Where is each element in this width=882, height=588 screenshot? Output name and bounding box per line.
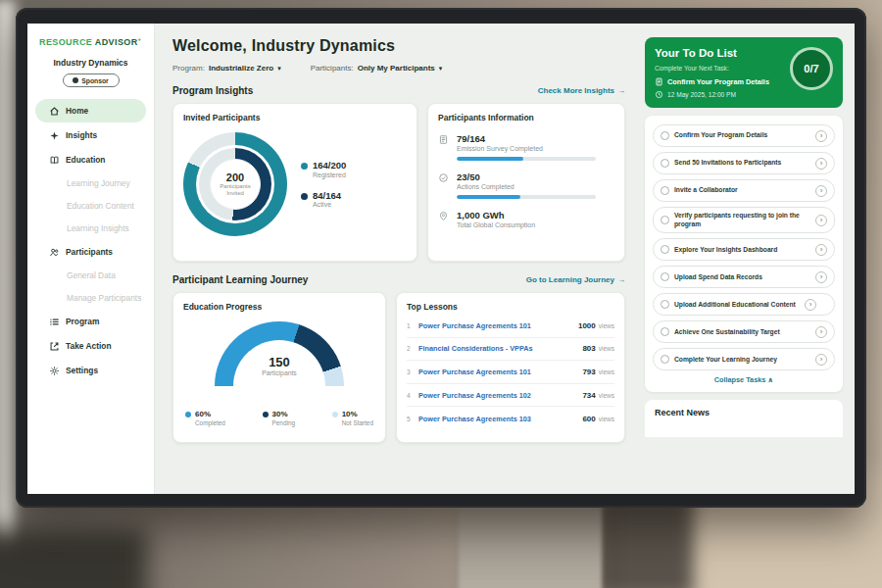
sidebar-item-manage-participants[interactable]: Manage Participants: [35, 287, 146, 309]
participants-information-card: Participants Information 79/164 Emission…: [427, 103, 625, 262]
chevron-right-icon[interactable]: ›: [815, 158, 827, 170]
todo-task-list: Confirm Your Program Details › Send 50 I…: [645, 116, 843, 392]
chevron-right-icon[interactable]: ›: [805, 299, 816, 311]
program-insights-header: Program Insights Check More Insights →: [172, 85, 625, 96]
sidebar-item-program[interactable]: Program: [35, 310, 146, 333]
lesson-link[interactable]: Power Purchase Agreements 103: [418, 415, 582, 423]
stat-global-consumption: 1,000 GWh Total Global Consumption: [438, 210, 614, 228]
invited-participants-card: Invited Participants 200 Participants In…: [172, 103, 417, 262]
collapse-tasks-link[interactable]: Collapse Tasks ∧: [653, 375, 835, 384]
nav-label: Learning Journey: [67, 178, 130, 188]
task-checkbox[interactable]: [661, 245, 669, 254]
legend-item-not-started: 10% Not Started: [332, 410, 373, 426]
lesson-link[interactable]: Power Purchase Agreements 102: [418, 391, 582, 400]
nav-label: Home: [66, 106, 88, 116]
chevron-right-icon[interactable]: ›: [815, 354, 827, 366]
legend-item-registered: 164/200 Registered: [301, 161, 346, 177]
insights-icon: [49, 130, 60, 141]
chevron-right-icon[interactable]: ›: [815, 185, 827, 197]
lesson-row: 4 Power Purchase Agreements 102 734 view…: [407, 384, 614, 408]
task-item-verify-participants[interactable]: Verify participants requesting to join t…: [653, 207, 835, 233]
consumption-pin-icon: [438, 211, 449, 221]
lesson-row: 1 Power Purchase Agreements 101 1000 vie…: [407, 315, 614, 338]
gauge-legend: 60% Completed 30% Pending: [183, 410, 375, 426]
background-dark-corner: [0, 529, 147, 588]
program-insights-cards: Invited Participants 200 Participants In…: [172, 103, 625, 262]
section-title-learning-journey: Participant Learning Journey: [172, 274, 308, 285]
sponsor-badge[interactable]: Sponsor: [63, 74, 120, 87]
legend-dot: [301, 163, 308, 170]
participants-filter-label: Participants:: [311, 64, 354, 73]
chevron-right-icon[interactable]: ›: [815, 130, 827, 142]
sidebar-item-insights[interactable]: Insights: [35, 123, 146, 147]
participants-filter-dropdown[interactable]: Participants: Only My Participants ▾: [311, 64, 443, 73]
legend-item-completed: 60% Completed: [185, 410, 225, 426]
task-item-complete-learning-journey[interactable]: Complete Your Learning Journey ›: [653, 348, 835, 370]
check-more-insights-link[interactable]: Check More Insights →: [538, 86, 625, 95]
participants-icon: [49, 247, 60, 258]
task-item-achieve-target[interactable]: Achieve One Sustainability Target ›: [653, 320, 835, 343]
lesson-link[interactable]: Power Purchase Agreements 101: [418, 321, 578, 330]
legend-dot: [185, 412, 191, 417]
sponsor-icon: [73, 77, 78, 83]
legend-item-active: 84/164 Active: [301, 191, 346, 208]
chevron-right-icon[interactable]: ›: [815, 215, 827, 226]
sidebar-item-learning-insights[interactable]: Learning Insights: [35, 218, 146, 239]
program-filter-dropdown[interactable]: Program: Industrialize Zero ▾: [172, 64, 281, 73]
background-light-strip: [0, 0, 16, 588]
gauge-center-label: 150 Participants: [215, 355, 344, 376]
monitor-stand: [459, 505, 602, 588]
chevron-up-icon: ∧: [767, 375, 773, 384]
logo-text-resource: RESOURCE: [39, 37, 92, 47]
chevron-down-icon: ▾: [439, 65, 443, 73]
participants-filter-value: Only My Participants: [358, 64, 435, 73]
task-item-send-invitations[interactable]: Send 50 Invitations to Participants ›: [653, 152, 835, 174]
task-item-explore-insights[interactable]: Explore Your Insights Dashboard ›: [653, 238, 835, 261]
filters-row: Program: Industrialize Zero ▾ Participan…: [172, 64, 625, 73]
sidebar-item-home[interactable]: Home: [35, 99, 146, 122]
main-content: Welcome, Industry Dynamics Program: Indu…: [155, 24, 637, 494]
task-item-confirm-program[interactable]: Confirm Your Program Details ›: [653, 124, 835, 147]
lesson-link[interactable]: Financial Considerations - VPPAs: [418, 344, 582, 353]
education-icon: [49, 155, 60, 166]
task-item-upload-spend-data[interactable]: Upload Spend Data Records ›: [653, 266, 835, 288]
task-checkbox[interactable]: [661, 216, 669, 224]
task-checkbox[interactable]: [661, 186, 669, 195]
sidebar: RESOURCE ADVISOR+ Industry Dynamics Spon…: [27, 24, 155, 494]
todo-title: Your To Do List: [655, 47, 780, 59]
photo-background: RESOURCE ADVISOR+ Industry Dynamics Spon…: [0, 0, 882, 588]
lesson-link[interactable]: Power Purchase Agreements 101: [418, 368, 582, 376]
dashboard-screen: RESOURCE ADVISOR+ Industry Dynamics Spon…: [27, 24, 855, 494]
chevron-right-icon[interactable]: ›: [815, 244, 827, 256]
task-checkbox[interactable]: [661, 131, 669, 140]
link-label: Check More Insights: [538, 86, 614, 95]
home-icon: [49, 106, 60, 117]
sidebar-item-take-action[interactable]: Take Action: [35, 334, 146, 358]
card-title: Top Lessons: [407, 302, 614, 312]
todo-due-time: 12 May 2025, 12:00 PM: [655, 90, 833, 99]
task-item-invite-collaborator[interactable]: Invite a Collaborator ›: [653, 179, 835, 202]
nav-label: Insights: [66, 130, 97, 140]
actions-icon: [438, 172, 449, 183]
sidebar-item-participants[interactable]: Participants: [35, 240, 146, 264]
nav-label: Education: [66, 155, 105, 165]
task-item-upload-educational-content[interactable]: Upload Additional Educational Content ›: [653, 293, 835, 316]
program-filter-value: Industrialize Zero: [209, 64, 273, 73]
task-checkbox[interactable]: [661, 355, 669, 364]
task-checkbox[interactable]: [661, 272, 669, 281]
sidebar-item-education[interactable]: Education: [35, 148, 146, 172]
gear-icon: [49, 366, 60, 376]
task-checkbox[interactable]: [661, 327, 669, 336]
nav-label: Settings: [66, 366, 98, 375]
sidebar-item-learning-journey[interactable]: Learning Journey: [35, 172, 146, 194]
chevron-right-icon[interactable]: ›: [815, 271, 827, 283]
todo-panel: 0/7 Your To Do List Complete Your Next T…: [637, 24, 855, 494]
chevron-right-icon[interactable]: ›: [815, 326, 827, 338]
learning-journey-header: Participant Learning Journey Go to Learn…: [172, 274, 625, 285]
sidebar-item-general-data[interactable]: General Data: [35, 265, 146, 286]
sidebar-item-education-content[interactable]: Education Content: [35, 195, 146, 217]
task-checkbox[interactable]: [661, 159, 669, 168]
sidebar-item-settings[interactable]: Settings: [35, 359, 146, 382]
task-checkbox[interactable]: [661, 300, 669, 309]
go-to-learning-journey-link[interactable]: Go to Learning Journey →: [526, 275, 625, 284]
